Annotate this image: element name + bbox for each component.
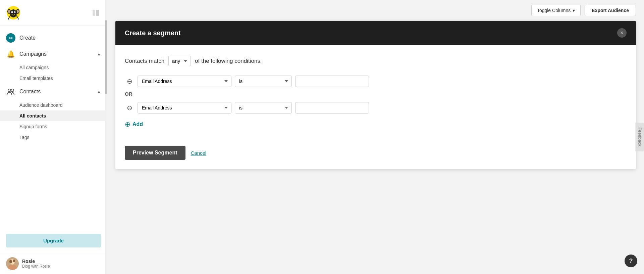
sidebar-item-contacts-label: Contacts — [19, 89, 41, 95]
user-org: Blog with Rosie — [22, 264, 50, 269]
condition-row-1: ⊖ Email Address First Name Last Name Tag… — [125, 76, 627, 87]
condition-2-operator-select[interactable]: is is not contains does not contain — [235, 102, 292, 113]
user-info: Rosie Blog with Rosie — [22, 259, 50, 269]
conditions-header: Contacts match any all of the following … — [125, 56, 627, 66]
svg-point-12 — [8, 89, 11, 92]
close-icon: × — [620, 30, 623, 36]
conditions-prefix: Contacts match — [125, 58, 164, 64]
modal-title: Create a segment — [125, 29, 181, 37]
match-select[interactable]: any all — [168, 56, 191, 66]
create-icon: ✏ — [6, 33, 15, 43]
modal-body: Contacts match any all of the following … — [115, 45, 636, 140]
minus-circle-icon-2: ⊖ — [127, 104, 132, 112]
user-profile: Rosie Blog with Rosie — [0, 253, 107, 274]
svg-point-5 — [14, 12, 15, 12]
condition-1-operator-select[interactable]: is is not contains does not contain — [235, 76, 292, 87]
sidebar-item-campaigns-label: Campaigns — [19, 51, 47, 57]
svg-point-1 — [10, 9, 17, 17]
sidebar-item-contacts[interactable]: Contacts ▲ — [0, 84, 107, 100]
sidebar-item-create[interactable]: ✏ Create — [0, 30, 107, 46]
svg-point-9 — [17, 10, 19, 13]
mailchimp-logo — [6, 5, 21, 20]
modal-close-button[interactable]: × — [617, 28, 627, 38]
chevron-down-icon: ▾ — [573, 8, 575, 13]
sidebar-item-tags[interactable]: Tags — [0, 132, 107, 143]
scrollbar-thumb[interactable] — [105, 20, 107, 94]
cancel-button[interactable]: Cancel — [191, 150, 207, 156]
toggle-columns-button[interactable]: Toggle Columns ▾ — [531, 5, 581, 16]
remove-condition-2-button[interactable]: ⊖ — [125, 103, 134, 112]
condition-1-value-input[interactable] — [295, 76, 369, 87]
svg-point-8 — [8, 10, 10, 13]
sidebar-item-signup-forms[interactable]: Signup forms — [0, 121, 107, 132]
export-audience-button[interactable]: Export Audience — [585, 5, 636, 16]
sidebar-item-email-templates[interactable]: Email templates — [0, 73, 107, 84]
condition-row-2: ⊖ Email Address First Name Last Name Tag… — [125, 102, 627, 113]
campaigns-icon: 🔔 — [6, 49, 15, 59]
svg-point-18 — [13, 260, 15, 262]
sidebar-item-all-contacts[interactable]: All contacts — [0, 110, 107, 121]
topbar: Toggle Columns ▾ Export Audience — [107, 0, 644, 21]
sidebar-item-audience-dashboard[interactable]: Audience dashboard — [0, 100, 107, 110]
sidebar-header — [0, 0, 107, 26]
svg-rect-11 — [96, 10, 99, 16]
condition-2-field-select[interactable]: Email Address First Name Last Name Tags — [138, 102, 231, 113]
contacts-chevron-icon: ▲ — [97, 89, 101, 94]
modal-footer: Preview Segment Cancel — [115, 140, 636, 169]
sidebar-item-create-label: Create — [19, 35, 36, 41]
modal-header: Create a segment × — [115, 21, 636, 45]
main-content: Toggle Columns ▾ Export Audience Create … — [107, 0, 644, 274]
create-segment-modal: Create a segment × Contacts match any al… — [115, 21, 636, 169]
svg-rect-10 — [93, 10, 95, 16]
svg-point-4 — [12, 12, 12, 12]
preview-segment-button[interactable]: Preview Segment — [125, 146, 185, 160]
add-condition-button[interactable]: ⊕ Add — [125, 118, 143, 131]
help-button[interactable]: ? — [625, 255, 637, 267]
avatar — [6, 257, 19, 270]
svg-point-13 — [11, 89, 14, 92]
user-name: Rosie — [22, 259, 50, 264]
condition-1-field-select[interactable]: Email Address First Name Last Name Tags — [138, 76, 231, 87]
sidebar-nav: ✏ Create 🔔 Campaigns ▲ All campaigns Ema… — [0, 26, 107, 234]
sidebar-collapse-button[interactable] — [91, 8, 101, 18]
svg-point-17 — [9, 260, 12, 263]
scrollbar-track — [105, 0, 107, 274]
remove-condition-1-button[interactable]: ⊖ — [125, 77, 134, 86]
sidebar-item-all-campaigns[interactable]: All campaigns — [0, 62, 107, 73]
sidebar-item-campaigns[interactable]: 🔔 Campaigns ▲ — [0, 46, 107, 62]
sidebar: ✏ Create 🔔 Campaigns ▲ All campaigns Ema… — [0, 0, 107, 274]
contacts-icon — [6, 87, 15, 96]
conditions-suffix: of the following conditions: — [195, 58, 262, 64]
plus-circle-icon: ⊕ — [125, 120, 130, 128]
campaigns-chevron-icon: ▲ — [97, 52, 101, 56]
minus-circle-icon: ⊖ — [127, 77, 132, 85]
add-label: Add — [132, 121, 143, 127]
condition-2-value-input[interactable] — [295, 102, 369, 113]
feedback-tab[interactable]: Feedback — [636, 123, 644, 151]
or-divider: OR — [125, 91, 627, 97]
upgrade-button[interactable]: Upgrade — [6, 234, 101, 247]
